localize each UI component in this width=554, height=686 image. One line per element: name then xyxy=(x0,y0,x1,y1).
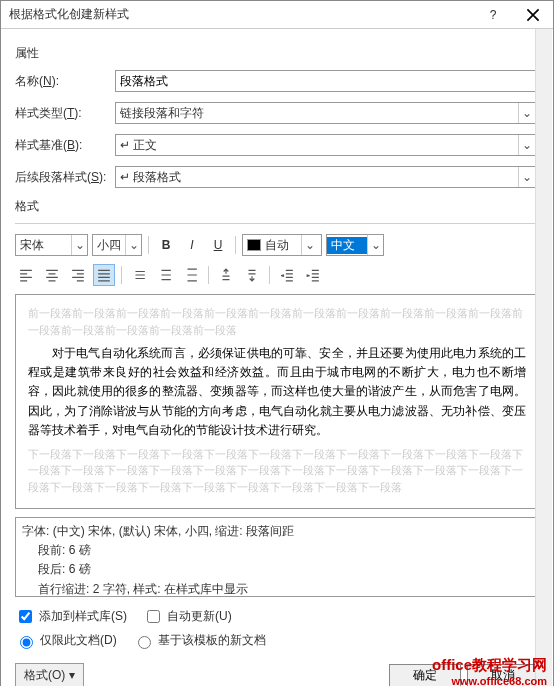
space-after-icon xyxy=(245,268,259,282)
titlebar: 根据格式化创建新样式 ? xyxy=(1,1,553,29)
font-size-value: 小四 xyxy=(93,237,125,254)
add-to-gallery-input[interactable] xyxy=(19,610,32,623)
separator xyxy=(208,266,209,284)
align-left-button[interactable] xyxy=(15,264,37,286)
chevron-down-icon: ⌄ xyxy=(518,103,534,123)
preview-pane: 前一段落前一段落前一段落前一段落前一段落前一段落前一段落前一段落前一段落前一段落… xyxy=(15,294,539,509)
dialog-title: 根据格式化创建新样式 xyxy=(1,6,473,23)
desc-line: 段后: 6 磅 xyxy=(22,560,532,579)
footer: 格式(O) ▾ 确定 取消 xyxy=(15,663,539,686)
indent-increase-button[interactable] xyxy=(302,264,324,286)
auto-update-label: 自动更新(U) xyxy=(167,608,232,625)
bold-button[interactable]: B xyxy=(155,234,177,256)
style-type-value: 链接段落和字符 xyxy=(120,105,204,122)
space-before-dec-button[interactable] xyxy=(241,264,263,286)
align-center-icon xyxy=(45,268,59,282)
desc-line: 首行缩进: 2 字符, 样式: 在样式库中显示 xyxy=(22,580,532,597)
chevron-down-icon: ⌄ xyxy=(518,167,534,187)
line-spacing-icon xyxy=(132,268,146,282)
template-label: 基于该模板的新文档 xyxy=(158,632,266,649)
section-properties: 属性 xyxy=(15,45,539,62)
name-input[interactable] xyxy=(115,70,539,92)
align-right-icon xyxy=(71,268,85,282)
close-icon xyxy=(526,8,540,22)
this-doc-radio[interactable]: 仅限此文档(D) xyxy=(15,632,117,649)
color-swatch xyxy=(247,239,261,251)
font-value: 宋体 xyxy=(16,237,71,254)
checkbox-row: 添加到样式库(S) 自动更新(U) xyxy=(15,607,539,626)
this-doc-input[interactable] xyxy=(20,636,33,649)
style-base-select[interactable]: ↵ 正文 ⌄ xyxy=(115,134,539,156)
style-dialog: 根据格式化创建新样式 ? 属性 名称(N): 样式类型(T): 链接段落和字符 … xyxy=(0,0,554,686)
underline-button[interactable]: U xyxy=(207,234,229,256)
add-to-gallery-checkbox[interactable]: 添加到样式库(S) xyxy=(15,607,127,626)
close-button[interactable] xyxy=(513,1,553,29)
space-before-icon xyxy=(219,268,233,282)
auto-update-checkbox[interactable]: 自动更新(U) xyxy=(143,607,232,626)
label-next-para: 后续段落样式(S): xyxy=(15,169,115,186)
italic-button[interactable]: I xyxy=(181,234,203,256)
paragraph-toolbar xyxy=(15,264,539,286)
preview-body-text: 对于电气自动化系统而言，必须保证供电的可靠、安全，并且还要为使用此电力系统的工程… xyxy=(28,344,526,440)
line-spacing-1-button[interactable] xyxy=(128,264,150,286)
section-format: 格式 xyxy=(15,198,539,215)
separator xyxy=(148,236,149,254)
line-spacing-2-button[interactable] xyxy=(180,264,202,286)
align-center-button[interactable] xyxy=(41,264,63,286)
align-left-icon xyxy=(19,268,33,282)
template-radio[interactable]: 基于该模板的新文档 xyxy=(133,632,266,649)
radio-row: 仅限此文档(D) 基于该模板的新文档 xyxy=(15,632,539,649)
align-justify-button[interactable] xyxy=(93,264,115,286)
scrollbar-track xyxy=(535,29,552,686)
add-to-gallery-label: 添加到样式库(S) xyxy=(39,608,127,625)
format-toolbar: 宋体 ⌄ 小四 ⌄ B I U 自动 ⌄ 中文 ⌄ xyxy=(15,234,539,256)
label-style-base: 样式基准(B): xyxy=(15,137,115,154)
preview-ghost-before: 前一段落前一段落前一段落前一段落前一段落前一段落前一段落前一段落前一段落前一段落… xyxy=(28,305,526,338)
font-color-select[interactable]: 自动 ⌄ xyxy=(242,234,322,256)
align-right-button[interactable] xyxy=(67,264,89,286)
chevron-down-icon: ⌄ xyxy=(125,235,141,255)
separator xyxy=(121,266,122,284)
font-select[interactable]: 宋体 ⌄ xyxy=(15,234,88,256)
preview-ghost-after: 下一段落下一段落下一段落下一段落下一段落下一段落下一段落下一段落下一段落下一段落… xyxy=(28,446,526,496)
separator xyxy=(235,236,236,254)
description-box: 字体: (中文) 宋体, (默认) 宋体, 小四, 缩进: 段落间距 段前: 6… xyxy=(15,517,539,597)
language-select[interactable]: 中文 ⌄ xyxy=(326,234,384,256)
label-name: 名称(N): xyxy=(15,73,115,90)
divider xyxy=(15,223,539,224)
ok-button[interactable]: 确定 xyxy=(389,664,461,687)
line-spacing-icon xyxy=(158,268,172,282)
format-menu-label: 格式(O) xyxy=(24,667,65,684)
line-spacing-15-button[interactable] xyxy=(154,264,176,286)
chevron-down-icon: ▾ xyxy=(69,668,75,682)
cancel-button[interactable]: 取消 xyxy=(467,664,539,687)
separator xyxy=(269,266,270,284)
style-base-value: ↵ 正文 xyxy=(120,137,157,154)
format-menu-button[interactable]: 格式(O) ▾ xyxy=(15,663,84,686)
next-para-select[interactable]: ↵ 段落格式 ⌄ xyxy=(115,166,539,188)
style-type-select[interactable]: 链接段落和字符 ⌄ xyxy=(115,102,539,124)
chevron-down-icon: ⌄ xyxy=(518,135,534,155)
indent-left-icon xyxy=(280,268,294,282)
line-spacing-icon xyxy=(184,268,198,282)
indent-right-icon xyxy=(306,268,320,282)
label-style-type: 样式类型(T): xyxy=(15,105,115,122)
this-doc-label: 仅限此文档(D) xyxy=(40,632,117,649)
indent-decrease-button[interactable] xyxy=(276,264,298,286)
space-before-inc-button[interactable] xyxy=(215,264,237,286)
chevron-down-icon: ⌄ xyxy=(71,235,87,255)
next-para-value: ↵ 段落格式 xyxy=(120,169,181,186)
chevron-down-icon: ⌄ xyxy=(301,235,317,255)
help-button[interactable]: ? xyxy=(473,1,513,29)
language-value: 中文 xyxy=(327,237,367,254)
font-size-select[interactable]: 小四 ⌄ xyxy=(92,234,142,256)
align-justify-icon xyxy=(97,268,111,282)
desc-line: 字体: (中文) 宋体, (默认) 宋体, 小四, 缩进: 段落间距 xyxy=(22,522,532,541)
template-input[interactable] xyxy=(138,636,151,649)
auto-update-input[interactable] xyxy=(147,610,160,623)
desc-line: 段前: 6 磅 xyxy=(22,541,532,560)
chevron-down-icon: ⌄ xyxy=(367,235,383,255)
font-color-value: 自动 xyxy=(261,237,301,254)
